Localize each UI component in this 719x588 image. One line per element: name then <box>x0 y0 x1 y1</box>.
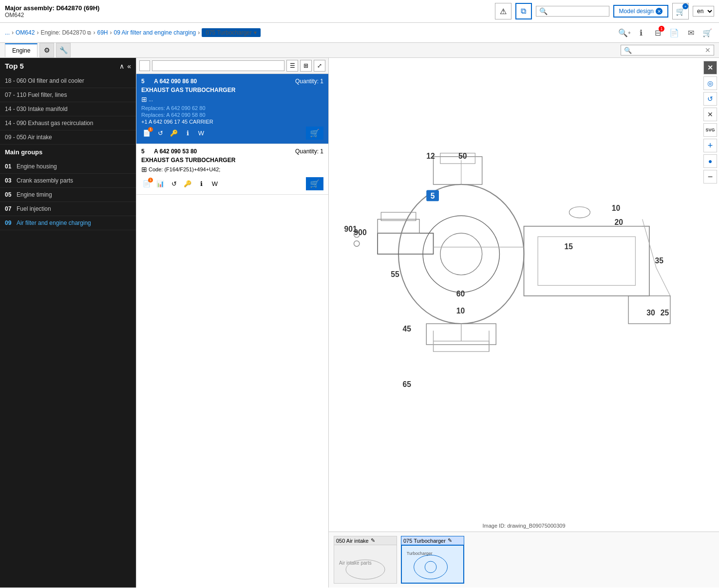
svg-text:15: 15 <box>564 242 573 251</box>
thumbnail-image: Air intake parts <box>334 545 397 584</box>
part-item[interactable]: 5 A 642 090 53 80 Quantity: 1 EXHAUST GA… <box>136 144 328 195</box>
add-to-cart-btn[interactable]: 🛒 <box>306 177 323 190</box>
top5-label: Top 5 <box>5 62 24 70</box>
breadcrumb-icons: 🔍+ ℹ ⊟ 1 📄 ✉ 🛒 <box>618 26 714 39</box>
filter-icon-btn[interactable]: ⊟ 1 <box>651 26 664 39</box>
group-item[interactable]: 09Air filter and engine charging <box>0 216 136 230</box>
expand-btn[interactable]: ⤢ <box>314 60 325 72</box>
breadcrumb-ellipsis[interactable]: ... <box>5 29 10 36</box>
close-diagram-btn[interactable]: ✕ <box>703 61 717 74</box>
top5-item[interactable]: 14 - 030 Intake manifold <box>0 102 136 116</box>
breadcrumb-air-filter[interactable]: 09 Air filter and engine charging <box>114 29 196 36</box>
part-action-icon[interactable]: 🔑 <box>182 179 193 189</box>
part-action-icon[interactable]: 📄1 <box>141 128 152 139</box>
zoom-icon-btn[interactable]: 🔍+ <box>618 26 631 39</box>
part-action-icon[interactable]: 🔑 <box>169 128 179 139</box>
thumbnail-item[interactable]: 050 Air intake ✎ Air intake parts <box>334 536 397 584</box>
tab-search-clear[interactable]: ✕ <box>705 46 711 54</box>
grid-view-btn[interactable]: ⊞ <box>300 60 312 72</box>
right-panel: 5 12 50 10 20 15 35 25 30 <box>329 58 719 588</box>
top5-collapse-btn[interactable]: ∧ <box>119 62 124 70</box>
part-item[interactable]: 5 A 642 090 86 80 Quantity: 1 EXHAUST GA… <box>136 74 328 144</box>
breadcrumb-code1[interactable]: 69H <box>97 29 108 36</box>
group-item[interactable]: 03Crank assembly parts <box>0 174 136 188</box>
zoom-out-btn[interactable]: − <box>703 170 717 184</box>
top5-arrow-btn[interactable]: « <box>127 62 131 70</box>
copy-button[interactable]: ⧉ <box>515 3 532 19</box>
tab-search-wrap: 🔍 ✕ <box>621 45 714 55</box>
group-item[interactable]: 05Engine timing <box>0 188 136 202</box>
add-to-cart-btn[interactable]: 🛒 <box>306 127 323 140</box>
svg-text:25: 25 <box>661 309 669 317</box>
breadcrumb-current[interactable]: 075 Turbocharger ▾ <box>202 28 261 37</box>
breadcrumb-sep2: › <box>37 29 38 36</box>
table-text: Code: (F164/F251)+494+U42; <box>149 166 220 172</box>
group-name: Engine timing <box>17 191 52 198</box>
header-left: Major assembly: D642870 (69H) OM642 <box>5 4 99 18</box>
right-toolbar: ✕ ◎ ↺ ✕ SVG + ● − <box>701 58 719 186</box>
svg-text:12: 12 <box>426 152 435 160</box>
tab-icon-2[interactable]: 🔧 <box>56 43 71 57</box>
svg-rect-4 <box>378 219 419 233</box>
zoom-in-btn[interactable]: + <box>703 139 717 152</box>
group-name: Fuel injection <box>17 205 51 212</box>
cart-button[interactable]: 🛒 + <box>672 3 689 19</box>
edit-icon[interactable]: ✎ <box>448 537 452 544</box>
svg-text:55: 55 <box>391 270 399 278</box>
header-right: ⚠ ⧉ 🔍 Model design ✕ 🛒 + en de fr <box>495 3 714 19</box>
tab-engine[interactable]: Engine <box>5 43 38 57</box>
top5-item[interactable]: 18 - 060 Oil filter and oil cooler <box>0 74 136 88</box>
thumbnail-item[interactable]: 075 Turbocharger ✎ Turbocharger <box>401 536 464 584</box>
model-design-button[interactable]: Model design ✕ <box>613 5 668 18</box>
part-action-icon[interactable]: ↺ <box>155 128 166 139</box>
part-action-icon[interactable]: ℹ <box>182 128 193 139</box>
group-name: Crank assembly parts <box>17 177 73 184</box>
mail-icon-btn[interactable]: ✉ <box>684 26 698 39</box>
model-design-close-icon: ✕ <box>656 8 662 15</box>
group-item[interactable]: 01Engine housing <box>0 160 136 174</box>
part-item-header: 5 A 642 090 86 80 Quantity: 1 <box>141 78 323 85</box>
breadcrumb-sep5: › <box>198 29 200 36</box>
part-action-icon[interactable]: ↺ <box>169 179 179 189</box>
part-replaces: Replaces: A 642 090 58 80 <box>141 112 323 118</box>
doc-icon-btn[interactable]: 📄 <box>667 26 681 39</box>
part-action-icon[interactable]: W <box>196 128 207 139</box>
circle-btn[interactable]: ◎ <box>703 76 717 90</box>
top5-item[interactable]: 14 - 090 Exhaust gas recirculation <box>0 116 136 130</box>
part-name: EXHAUST GAS TURBOCHARGER <box>141 87 323 93</box>
language-select[interactable]: en de fr <box>693 6 714 17</box>
header-title: Major assembly: D642870 (69H) <box>5 4 99 12</box>
parts-list: 5 A 642 090 86 80 Quantity: 1 EXHAUST GA… <box>136 74 328 588</box>
thumbnail-image: Turbocharger <box>401 545 464 584</box>
info-icon-btn[interactable]: ℹ <box>634 26 648 39</box>
part-item-header: 5 A 642 090 53 80 Quantity: 1 <box>141 148 323 155</box>
turbocharger-drawing <box>354 153 670 352</box>
top5-item[interactable]: 07 - 110 Fuel filter, lines <box>0 88 136 102</box>
warning-button[interactable]: ⚠ <box>495 3 511 19</box>
svg-rect-6 <box>434 157 482 184</box>
list-view-btn[interactable]: ☰ <box>286 60 298 72</box>
tab-icon-1[interactable]: ⚙ <box>39 43 54 57</box>
blue-dot-btn[interactable]: ● <box>703 154 717 168</box>
tab-search-input[interactable] <box>632 47 705 54</box>
cross-btn[interactable]: ✕ <box>703 108 717 121</box>
part-action-icon[interactable]: 📄1 <box>141 179 152 189</box>
part-action-icon[interactable]: W <box>209 179 220 189</box>
svg-text:901: 901 <box>344 225 357 233</box>
breadcrumb-om642[interactable]: OM642 <box>16 29 35 36</box>
header-search-input[interactable] <box>548 8 606 15</box>
edit-icon[interactable]: ✎ <box>371 537 375 544</box>
breadcrumb-cart-btn[interactable]: 🛒 <box>700 26 714 39</box>
part-action-icon[interactable]: 📊 <box>155 179 166 189</box>
thumbnail-label-text: 075 Turbocharger <box>403 538 446 544</box>
breadcrumb-engine[interactable]: Engine: D642870 ⧉ <box>40 29 91 36</box>
table-grid-icon: ⊞ <box>141 95 147 103</box>
top5-item[interactable]: 09 - 050 Air intake <box>0 130 136 145</box>
svg-btn[interactable]: SVG <box>703 123 717 137</box>
part-action-icon[interactable]: ℹ <box>196 179 207 189</box>
refresh-diagram-btn[interactable]: ↺ <box>703 92 717 106</box>
svg-text:10: 10 <box>456 307 465 315</box>
thumbnail-label: 050 Air intake ✎ <box>334 536 397 545</box>
group-item[interactable]: 07Fuel injection <box>0 202 136 216</box>
thumbnails-row: 050 Air intake ✎ Air intake parts 075 Tu… <box>329 532 719 588</box>
